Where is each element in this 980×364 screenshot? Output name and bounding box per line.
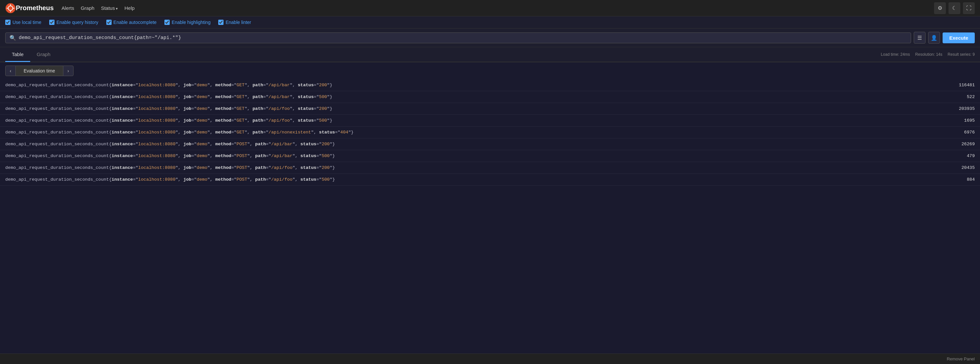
bottom-bar: Remove Panel (0, 353, 980, 364)
table-row: demo_api_request_duration_seconds_count{… (0, 91, 980, 103)
search-input[interactable] (19, 35, 907, 41)
navbar: Prometheus Alerts Graph Status Help ⚙ ☾ … (0, 0, 980, 16)
nav-graph[interactable]: Graph (81, 4, 94, 12)
metric-value-cell: 6976 (947, 127, 980, 138)
search-icon: 🔍 (10, 35, 16, 41)
metric-labels: {instance="localhost:8080", job="demo", … (109, 82, 332, 87)
tab-table[interactable]: Table (5, 47, 30, 62)
metric-name-text: demo_api_request_duration_seconds_count (5, 142, 109, 147)
use-local-time-checkbox[interactable]: Use local time (5, 20, 41, 25)
metric-cell: demo_api_request_duration_seconds_count{… (0, 150, 947, 162)
nav-status[interactable]: Status (101, 4, 118, 12)
metric-cell: demo_api_request_duration_seconds_count{… (0, 115, 947, 127)
enable-linter-label: Enable linter (226, 20, 251, 25)
metric-labels: {instance="localhost:8080", job="demo", … (109, 118, 332, 123)
table-row: demo_api_request_duration_seconds_count{… (0, 162, 980, 174)
navbar-brand: Prometheus (16, 4, 54, 12)
metric-labels: {instance="localhost:8080", job="demo", … (109, 142, 335, 147)
use-local-time-input[interactable] (5, 20, 11, 25)
metric-cell: demo_api_request_duration_seconds_count{… (0, 174, 947, 185)
result-series: Result series: 9 (948, 52, 975, 57)
navbar-actions: ⚙ ☾ ⛶ (934, 2, 975, 14)
metric-value-cell: 1695 (947, 115, 980, 127)
metric-name-text: demo_api_request_duration_seconds_count (5, 106, 109, 111)
table-row: demo_api_request_duration_seconds_count{… (0, 127, 980, 138)
metric-labels: {instance="localhost:8080", job="demo", … (109, 165, 335, 170)
enable-highlighting-label: Enable highlighting (172, 20, 210, 25)
enable-linter-checkbox[interactable]: Enable linter (218, 20, 251, 25)
remove-panel-button[interactable]: Remove Panel (947, 356, 975, 361)
enable-query-history-input[interactable] (49, 20, 54, 25)
metric-name-text: demo_api_request_duration_seconds_count (5, 118, 109, 123)
metric-cell: demo_api_request_duration_seconds_count{… (0, 127, 947, 138)
enable-query-history-label: Enable query history (56, 20, 99, 25)
table-row: demo_api_request_duration_seconds_count{… (0, 115, 980, 127)
eval-time-label: Evaluation time (16, 66, 63, 76)
theme-icon-btn[interactable]: ☾ (948, 2, 960, 14)
query-history-btn[interactable]: ☰ (914, 32, 926, 44)
tab-graph[interactable]: Graph (30, 47, 57, 62)
enable-autocomplete-label: Enable autocomplete (113, 20, 157, 25)
eval-prev-btn[interactable]: ‹ (5, 66, 16, 76)
nav-alerts[interactable]: Alerts (62, 4, 74, 12)
metric-cell: demo_api_request_duration_seconds_count{… (0, 162, 947, 174)
tabs-bar: Table Graph Load time: 24ms Resolution: … (0, 47, 980, 62)
metric-name-text: demo_api_request_duration_seconds_count (5, 154, 109, 158)
navbar-links: Alerts Graph Status Help (62, 4, 934, 12)
metric-cell: demo_api_request_duration_seconds_count{… (0, 138, 947, 150)
use-local-time-label: Use local time (13, 20, 41, 25)
metric-labels: {instance="localhost:8080", job="demo", … (109, 106, 332, 111)
table-row: demo_api_request_duration_seconds_count{… (0, 79, 980, 91)
tabs-meta: Load time: 24ms Resolution: 14s Result s… (881, 52, 975, 57)
table-row: demo_api_request_duration_seconds_count{… (0, 174, 980, 185)
prometheus-logo (5, 3, 16, 13)
metric-name-text: demo_api_request_duration_seconds_count (5, 95, 109, 100)
table-row: demo_api_request_duration_seconds_count{… (0, 150, 980, 162)
metric-name-text: demo_api_request_duration_seconds_count (5, 130, 109, 135)
metric-value-cell: 116481 (947, 79, 980, 91)
enable-highlighting-input[interactable] (164, 20, 170, 25)
search-bar: 🔍 ☰ 👤 Execute (0, 28, 980, 47)
search-input-wrap: 🔍 (5, 32, 911, 43)
settings-icon-btn[interactable]: ⚙ (934, 2, 946, 14)
metric-value-cell: 479 (947, 150, 980, 162)
metric-value-cell: 884 (947, 174, 980, 185)
metric-labels: {instance="localhost:8080", job="demo", … (109, 177, 335, 182)
metric-labels: {instance="localhost:8080", job="demo", … (109, 130, 353, 135)
nav-help[interactable]: Help (124, 4, 135, 12)
fullscreen-icon-btn[interactable]: ⛶ (963, 2, 975, 14)
eval-row: ‹ Evaluation time › (0, 62, 980, 79)
metric-cell: demo_api_request_duration_seconds_count{… (0, 79, 947, 91)
resolution: Resolution: 14s (915, 52, 943, 57)
metric-labels: {instance="localhost:8080", job="demo", … (109, 154, 335, 158)
enable-linter-input[interactable] (218, 20, 223, 25)
metrics-explorer-btn[interactable]: 👤 (928, 32, 940, 44)
metric-value-cell: 203935 (947, 103, 980, 115)
table-row: demo_api_request_duration_seconds_count{… (0, 138, 980, 150)
metric-value-cell: 26269 (947, 138, 980, 150)
metric-name-text: demo_api_request_duration_seconds_count (5, 177, 109, 182)
enable-highlighting-checkbox[interactable]: Enable highlighting (164, 20, 210, 25)
load-time: Load time: 24ms (881, 52, 910, 57)
settings-bar: Use local time Enable query history Enab… (0, 16, 980, 28)
data-table: demo_api_request_duration_seconds_count{… (0, 79, 980, 185)
enable-query-history-checkbox[interactable]: Enable query history (49, 20, 99, 25)
metric-name-text: demo_api_request_duration_seconds_count (5, 82, 109, 87)
metric-value-cell: 522 (947, 91, 980, 103)
enable-autocomplete-input[interactable] (107, 20, 111, 25)
table-row: demo_api_request_duration_seconds_count{… (0, 103, 980, 115)
tabs-left: Table Graph (5, 47, 57, 61)
metric-value-cell: 20435 (947, 162, 980, 174)
metric-labels: {instance="localhost:8080", job="demo", … (109, 95, 332, 100)
metric-name-text: demo_api_request_duration_seconds_count (5, 165, 109, 170)
eval-next-btn[interactable]: › (63, 66, 73, 76)
metric-cell: demo_api_request_duration_seconds_count{… (0, 91, 947, 103)
execute-button[interactable]: Execute (943, 32, 975, 43)
enable-autocomplete-checkbox[interactable]: Enable autocomplete (107, 20, 157, 25)
metric-cell: demo_api_request_duration_seconds_count{… (0, 103, 947, 115)
